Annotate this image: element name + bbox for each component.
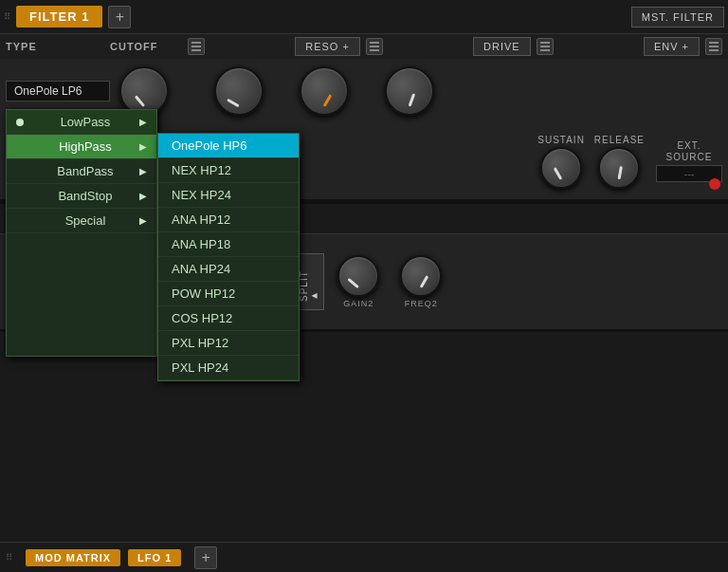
selected-dot [16, 119, 24, 126]
lfo1-tab[interactable]: LFO 1 [128, 549, 181, 566]
sustain-col: SUSTAIN [537, 135, 585, 189]
drive-button[interactable]: DRIVE [473, 37, 531, 56]
mini-lines-icon [191, 42, 201, 51]
type-header: TYPE [6, 41, 110, 52]
dropdown-bandstop-label: BandStop [58, 189, 112, 203]
highpass-submenu: OnePole HP6 NEX HP12 NEX HP24 ANA HP12 A… [157, 133, 300, 381]
mod-matrix-tab[interactable]: MOD MATRIX [26, 549, 120, 566]
ext-source-indicator [703, 176, 720, 190]
gain2-label: GAIN2 [343, 299, 373, 308]
ext-source-label: EXT. SOURCE [666, 140, 713, 163]
gain2-knob[interactable] [337, 255, 379, 297]
submenu-nex-hp12[interactable]: NEX HP12 [158, 158, 299, 183]
dropdown-highpass[interactable]: HighPass ▶ [7, 135, 156, 159]
freq2-knob[interactable] [400, 255, 442, 297]
submenu-ana-hp24[interactable]: ANA HP24 [158, 257, 299, 282]
chevron-right-icon: ▶ [139, 117, 147, 127]
submenu-onepole-hp6[interactable]: OnePole HP6 [158, 134, 299, 158]
reso-mini-btn[interactable] [366, 38, 383, 55]
dropdown-bandstop[interactable]: BandStop ▶ [7, 184, 156, 209]
filter-type-display[interactable]: OnePole LP6 [6, 81, 110, 101]
dropdown-lowpass-label: LowPass [61, 115, 111, 129]
sustain-knob-indicator [554, 167, 563, 180]
submenu-ana-hp18[interactable]: ANA HP18 [158, 232, 299, 257]
filter-headers-row: TYPE CUTOFF RESO + DRIVE ENV + [0, 34, 728, 59]
ext-source-section: EXT. SOURCE --- [656, 140, 722, 182]
bottom-drag-icon: ⠿ [6, 552, 12, 563]
submenu-pxl-hp24[interactable]: PXL HP24 [158, 356, 299, 380]
submenu-nex-hp24[interactable]: NEX HP24 [158, 183, 299, 208]
reso-button[interactable]: RESO + [295, 37, 360, 56]
submenu-pow-hp12[interactable]: POW HP12 [158, 282, 299, 306]
red-dot-icon [709, 178, 720, 190]
dropdown-bandpass-label: BandPass [57, 164, 113, 178]
release-col: RELEASE [594, 135, 645, 189]
drive-knob-indicator [323, 94, 333, 107]
top-bar: ⠿ FILTER 1 + MST. FILTER [0, 0, 728, 34]
filter-type-dropdown: LowPass ▶ HighPass ▶ BandPass ▶ [6, 109, 300, 357]
gain2-knob-wrap: GAIN2 [337, 255, 379, 308]
release-knob-indicator [618, 165, 623, 178]
drive-knob[interactable] [300, 66, 349, 116]
filter1-tab[interactable]: FILTER 1 [16, 6, 102, 28]
chevron-right-icon4: ▶ [139, 191, 147, 201]
cutoff-header: CUTOFF [110, 41, 186, 52]
chevron-right-icon5: ▶ [139, 215, 147, 226]
freq2-indicator [420, 275, 429, 288]
dropdown-bandpass[interactable]: BandPass ▶ [7, 159, 156, 184]
env-button[interactable]: ENV + [644, 37, 700, 56]
mini-lines-icon4 [709, 42, 719, 51]
dropdown-special[interactable]: Special ▶ [7, 209, 156, 233]
dropdown-main: LowPass ▶ HighPass ▶ BandPass ▶ [6, 109, 157, 357]
drag-handle-icon: ⠿ [4, 11, 10, 22]
env-knob-wrap [385, 66, 434, 116]
add-lfo-button[interactable]: + [194, 546, 217, 569]
chevron-right-icon2: ▶ [139, 141, 147, 152]
sustain-knob[interactable] [540, 147, 582, 189]
bottom-bar: ⠿ MOD MATRIX LFO 1 + [0, 542, 728, 572]
cutoff-mini-btn[interactable] [188, 38, 205, 55]
filter-section: TYPE CUTOFF RESO + DRIVE ENV + OnePole L… [0, 34, 728, 201]
freq2-knob-wrap: FREQ2 [400, 255, 442, 308]
submenu-cos-hp12[interactable]: COS HP12 [158, 306, 299, 331]
freq2-label: FREQ2 [405, 299, 438, 308]
dropdown-lowpass[interactable]: LowPass ▶ [7, 110, 156, 135]
mini-lines-icon2 [370, 42, 379, 51]
add-filter-button[interactable]: + [108, 6, 131, 28]
dropdown-highpass-label: HighPass [59, 139, 112, 154]
mst-filter-button[interactable]: MST. FILTER [631, 7, 724, 28]
sustain-label: SUSTAIN [537, 135, 585, 145]
reso-knob-indicator [227, 99, 240, 108]
drive-mini-btn[interactable] [537, 38, 554, 55]
gain2-indicator [348, 278, 360, 288]
env-knob-indicator [409, 93, 416, 106]
mini-lines-icon3 [540, 42, 550, 51]
submenu-pxl-hp12[interactable]: PXL HP12 [158, 331, 299, 356]
env-mini-btn[interactable] [705, 38, 722, 55]
cutoff-knob-indicator [135, 95, 145, 107]
submenu-ana-hp12[interactable]: ANA HP12 [158, 208, 299, 232]
dropdown-special-label: Special [65, 213, 106, 228]
chevron-right-icon3: ▶ [139, 166, 147, 176]
drive-knob-wrap [300, 66, 349, 116]
release-label: RELEASE [594, 135, 645, 145]
env-knob[interactable] [385, 66, 434, 116]
release-knob[interactable] [598, 147, 640, 189]
